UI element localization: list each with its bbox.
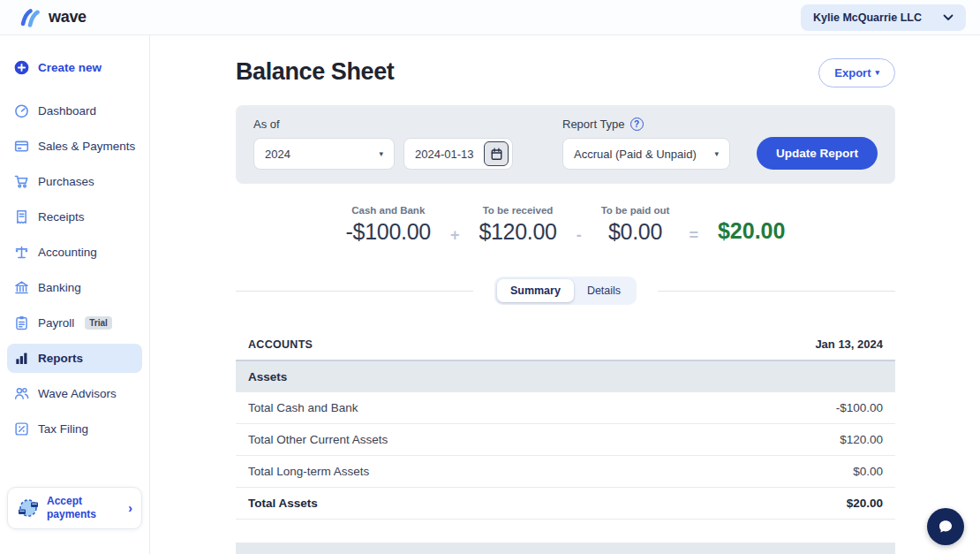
date-column-header: Jan 13, 2024 <box>815 338 883 351</box>
caret-down-icon: ▾ <box>714 150 719 158</box>
row-label: Total Assets <box>248 497 318 510</box>
business-selector[interactable]: Kylie McQuarrie LLC <box>801 4 966 31</box>
table-row: Total Cash and Bank -$100.00 <box>236 392 895 424</box>
cash-and-bank-label: Cash and Bank <box>351 205 425 216</box>
cash-and-bank-value: -$100.00 <box>346 219 431 245</box>
to-be-received-term: To be received $120.00 <box>479 205 556 245</box>
net-result-value: $20.00 <box>718 218 785 244</box>
row-value: -$100.00 <box>836 401 883 414</box>
sidebar-item-label: Sales & Payments <box>38 140 135 153</box>
sidebar-item-label: Reports <box>38 352 83 365</box>
sidebar-item-dashboard[interactable]: Dashboard <box>7 96 142 125</box>
row-value: $20.00 <box>847 497 883 510</box>
total-assets-row: Total Assets $20.00 <box>236 488 895 520</box>
sidebar-item-label: Accounting <box>38 246 97 259</box>
assets-section-header: Assets <box>236 361 895 392</box>
sidebar-item-payroll[interactable]: Payroll Trial <box>7 308 142 338</box>
row-value: $120.00 <box>840 433 883 446</box>
minus-operator: - <box>577 226 582 245</box>
date-input[interactable]: 2024-01-13 <box>403 138 513 170</box>
sidebar-item-sales-payments[interactable]: Sales & Payments <box>7 132 142 161</box>
sidebar-item-label: Banking <box>38 281 81 294</box>
tax-filing-icon <box>14 421 29 436</box>
wave-logo-icon <box>19 8 42 27</box>
plus-circle-icon <box>14 60 29 75</box>
reports-bar-chart-icon <box>14 351 29 366</box>
section-gap <box>236 520 895 543</box>
chat-bubble-icon <box>936 517 955 536</box>
business-name: Kylie McQuarrie LLC <box>813 11 922 24</box>
chevron-right-icon: › <box>128 501 132 515</box>
liabilities-section-header: Liabilities <box>236 543 895 554</box>
row-value: $0.00 <box>853 465 883 478</box>
create-new-button[interactable]: Create new <box>7 53 142 82</box>
tab-details[interactable]: Details <box>574 279 634 302</box>
balance-equation: Cash and Bank -$100.00 + To be received … <box>236 205 895 245</box>
as-of-label: As of <box>253 118 513 131</box>
report-type-value: Accrual (Paid & Unpaid) <box>574 148 697 161</box>
plus-operator: + <box>450 226 460 245</box>
row-label: Total Other Current Assets <box>248 433 388 446</box>
receipts-icon <box>14 209 29 224</box>
chat-support-button[interactable] <box>927 508 964 545</box>
sidebar-item-accounting[interactable]: Accounting <box>7 238 142 267</box>
to-be-paid-out-value: $0.00 <box>608 219 662 245</box>
top-bar: wave Kylie McQuarrie LLC <box>0 0 980 35</box>
caret-down-icon: ▾ <box>379 150 383 158</box>
banking-icon <box>14 280 29 295</box>
accounts-column-header: ACCOUNTS <box>248 338 313 351</box>
report-type-select[interactable]: Accrual (Paid & Unpaid) ▾ <box>562 138 730 170</box>
sidebar-item-reports[interactable]: Reports <box>7 344 142 373</box>
table-header-row: ACCOUNTS Jan 13, 2024 <box>236 330 895 361</box>
year-value: 2024 <box>265 148 290 161</box>
tab-summary[interactable]: Summary <box>497 279 574 302</box>
accept-payments-icon <box>17 497 40 520</box>
sidebar-item-label: Receipts <box>38 210 85 224</box>
table-row: Total Other Current Assets $120.00 <box>236 424 895 456</box>
as-of-group: As of 2024 ▾ 2024-01-13 <box>253 118 513 170</box>
date-value: 2024-01-13 <box>415 148 474 161</box>
summary-details-toggle: Summary Details <box>494 277 637 305</box>
chevron-down-icon <box>943 14 954 21</box>
sidebar: Create new Dashboard Sales & Payments Pu… <box>0 35 150 554</box>
table-row: Total Long-term Assets $0.00 <box>236 456 895 488</box>
divider-line <box>236 291 473 292</box>
report-type-group: Report Type ? Accrual (Paid & Unpaid) ▾ <box>562 118 730 170</box>
export-label: Export <box>834 66 871 80</box>
sidebar-item-purchases[interactable]: Purchases <box>7 167 142 196</box>
export-button[interactable]: Export ▾ <box>818 58 895 87</box>
sidebar-item-label: Dashboard <box>38 104 96 118</box>
report-filter-bar: As of 2024 ▾ 2024-01-13 Report <box>236 105 895 184</box>
page-title: Balance Sheet <box>236 58 394 86</box>
sidebar-item-label: Purchases <box>38 175 94 188</box>
advisors-people-icon <box>14 386 29 401</box>
sidebar-item-banking[interactable]: Banking <box>7 273 142 302</box>
report-type-label: Report Type <box>562 118 625 131</box>
update-report-button[interactable]: Update Report <box>757 137 878 170</box>
sales-payments-icon <box>14 139 29 154</box>
sidebar-item-label: Wave Advisors <box>38 387 117 400</box>
main-content: Balance Sheet Export ▾ As of 2024 ▾ 2024… <box>150 35 980 554</box>
accounting-scale-icon <box>14 245 29 260</box>
year-select[interactable]: 2024 ▾ <box>253 138 395 170</box>
wave-logo[interactable]: wave <box>19 8 87 27</box>
create-new-label: Create new <box>38 61 102 74</box>
to-be-received-label: To be received <box>483 205 554 216</box>
sidebar-item-wave-advisors[interactable]: Wave Advisors <box>7 379 142 408</box>
purchases-cart-icon <box>14 174 29 189</box>
dashboard-icon <box>14 103 29 118</box>
to-be-received-value: $120.00 <box>479 219 556 245</box>
to-be-paid-out-term: To be paid out $0.00 <box>601 205 670 245</box>
row-label: Total Long-term Assets <box>248 465 369 478</box>
brand-name: wave <box>49 8 87 27</box>
caret-down-icon: ▾ <box>875 69 879 77</box>
calendar-icon[interactable] <box>484 141 509 166</box>
trial-badge: Trial <box>85 316 112 330</box>
to-be-paid-out-label: To be paid out <box>601 205 670 216</box>
accept-payments-button[interactable]: Accept payments › <box>7 487 142 529</box>
sidebar-item-label: Tax Filing <box>38 422 88 436</box>
equals-operator: = <box>689 226 698 245</box>
sidebar-item-tax-filing[interactable]: Tax Filing <box>7 414 142 444</box>
help-icon[interactable]: ? <box>630 118 644 131</box>
sidebar-item-receipts[interactable]: Receipts <box>7 202 142 231</box>
